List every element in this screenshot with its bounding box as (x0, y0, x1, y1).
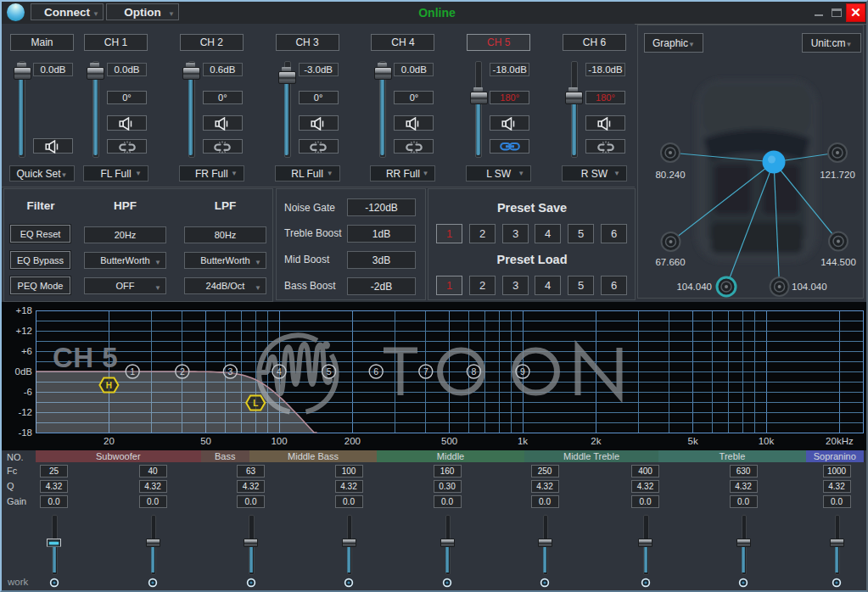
svg-text:50: 50 (200, 436, 211, 446)
svg-text:-12: -12 (18, 407, 32, 417)
svg-text:10k: 10k (759, 436, 775, 446)
svg-text:2: 2 (180, 366, 185, 377)
svg-text:+12: +12 (15, 326, 32, 336)
svg-text:20: 20 (104, 436, 115, 446)
svg-text:CH 5: CH 5 (53, 342, 118, 373)
svg-text:8: 8 (471, 366, 476, 377)
svg-text:500: 500 (441, 436, 457, 446)
svg-text:200: 200 (344, 436, 361, 446)
svg-text:5: 5 (327, 366, 332, 377)
svg-text:4: 4 (277, 366, 282, 377)
svg-text:2k: 2k (591, 436, 601, 446)
svg-text:3: 3 (227, 366, 232, 377)
svg-text:H: H (106, 381, 112, 390)
svg-text:7: 7 (423, 366, 428, 377)
svg-text:0dB: 0dB (15, 366, 33, 377)
svg-text:+18: +18 (15, 305, 32, 316)
svg-text:1: 1 (130, 366, 135, 377)
svg-text:+6: +6 (21, 346, 32, 356)
svg-text:100: 100 (271, 436, 287, 446)
svg-text:-6: -6 (24, 387, 32, 397)
svg-text:20kHz: 20kHz (826, 436, 854, 446)
svg-text:L: L (253, 399, 258, 408)
svg-text:-18: -18 (18, 427, 32, 438)
svg-text:1k: 1k (518, 436, 528, 446)
svg-text:5k: 5k (688, 436, 698, 446)
svg-text:6: 6 (373, 366, 378, 377)
svg-text:9: 9 (520, 366, 525, 377)
